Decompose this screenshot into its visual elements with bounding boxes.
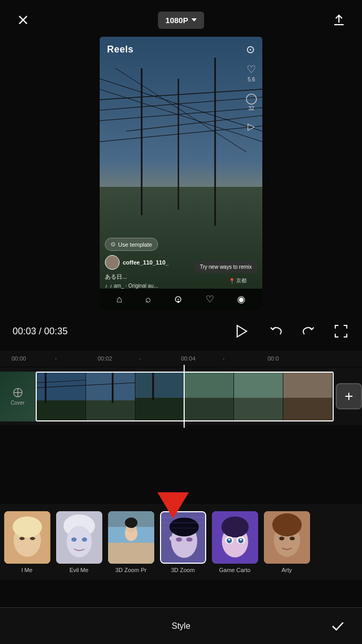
playback-controls: 00:03 / 00:35 [0,320,362,342]
time-display: 00:03 / 00:35 [13,326,230,337]
user-avatar [105,255,120,270]
confirm-button[interactable] [328,617,347,636]
close-button[interactable] [13,9,34,30]
strip-frames[interactable] [36,372,334,421]
svg-rect-21 [37,400,86,420]
total-time: 00:35 [44,326,68,336]
right-icons: ♡ 5.6 ◯ 32 ▷ [246,63,257,132]
svg-rect-50 [108,540,154,564]
cover-label: Cover [10,400,25,406]
effect-thumb-evil-me [56,511,102,564]
effect-arty[interactable]: Arty [262,511,312,573]
frame-6 [283,373,333,420]
svg-line-14 [100,79,262,131]
dot-2: • [139,356,141,361]
marker-2: 00:04 [181,355,196,362]
share-icon-item: ▷ [248,121,255,132]
nav-search: ⌕ [145,294,151,305]
comment-count: 32 [248,105,254,111]
svg-point-60 [186,537,193,542]
timeline-area: 00:00 00:02 00:04 00:0 • • • [0,351,362,366]
effect-game-carto[interactable]: Game Carto [210,511,260,573]
svg-point-42 [19,537,25,540]
svg-point-48 [82,537,87,542]
svg-marker-2 [191,18,197,22]
svg-rect-33 [185,397,233,420]
heart-icon: ♡ [247,63,256,76]
upload-button[interactable] [328,9,349,30]
frame-4 [185,373,234,420]
effect-label-3d-zoom-pr: 3D Zoom Pr [115,567,146,573]
playhead [184,365,185,428]
heart-nav-icon: ♡ [206,293,214,305]
style-label: Style [172,621,190,631]
svg-line-10 [100,108,262,121]
comment-icon-item: ◯ 32 [246,92,257,111]
home-icon: ⌂ [116,294,122,305]
resolution-label: 1080P [165,16,188,25]
svg-point-46 [67,526,92,557]
redo-button[interactable] [300,323,317,340]
effect-label-evil-me: Evil Me [69,567,88,573]
effect-thumb-3d-zoom-pr [108,511,154,564]
svg-line-11 [126,115,262,131]
top-bar: 1080P [0,0,362,40]
location-info: 📍 京都 [229,277,247,284]
frame-5 [234,373,283,420]
frame-2 [86,373,135,420]
svg-marker-16 [237,325,247,337]
svg-point-73 [240,539,242,541]
effect-thumb-game-carto [212,511,258,564]
undo-button[interactable] [268,323,284,340]
effect-label-game-carto: Game Carto [219,567,251,573]
active-dot [177,301,179,303]
video-preview: Reels ⊙ ♡ 5.6 ◯ 32 ▷ Try new ways to rem… [100,37,262,310]
time-separator: / [39,326,44,336]
video-strip: Cover [0,367,362,425]
fullscreen-button[interactable] [333,323,349,340]
svg-point-41 [13,516,42,537]
marker-3: 00:0 [268,355,279,362]
effect-3d-zoom-pr[interactable]: 3D Zoom Pr [106,511,156,573]
audio-label: ♪ am_ · Original au... [110,283,158,289]
svg-marker-38 [157,492,189,519]
comment-icon: ◯ [246,92,257,104]
camera-icon: ⊙ [111,241,115,248]
search-icon: ⌕ [145,294,151,305]
profile-icon: ◉ [237,293,246,305]
svg-point-67 [221,516,249,537]
pin-icon: 📍 [229,278,235,284]
svg-point-76 [272,513,302,536]
nav-heart: ♡ [206,293,214,305]
svg-point-47 [71,537,77,542]
svg-line-9 [100,97,262,110]
use-template-button[interactable]: ⊙ Use template [105,238,158,251]
instagram-bottom-nav: ⌂ ⌕ ⊙ ♡ ◉ [100,289,262,310]
play-button[interactable] [230,320,252,342]
frame-3 [135,373,185,420]
music-icon: ♪ [105,283,108,289]
effect-label-3d-zoom: 3D Zoom [171,567,195,573]
reels-icon: ⊙ [246,43,255,56]
marker-1: 00:02 [98,355,112,362]
add-clip-button[interactable]: + [336,383,362,409]
svg-rect-37 [283,397,332,420]
nav-profile: ◉ [237,293,246,305]
nav-reels: ⊙ [174,293,182,305]
resolution-button[interactable]: 1080P [158,12,204,29]
dot-3: • [223,356,225,361]
effect-ai-me[interactable]: l Me [2,511,52,573]
svg-point-72 [228,539,230,541]
video-inner: Reels ⊙ ♡ 5.6 ◯ 32 ▷ Try new ways to rem… [100,37,262,310]
effect-evil-me[interactable]: Evil Me [54,511,104,573]
cover-thumbnail: Cover [0,372,36,421]
current-time: 00:03 [13,326,36,336]
nav-home: ⌂ [116,294,122,305]
effect-thumb-ai-me [4,511,50,564]
svg-rect-26 [86,400,135,420]
effect-thumb-arty [264,511,310,564]
control-buttons [230,320,349,342]
svg-rect-30 [135,397,184,420]
arrow-indicator [152,487,194,526]
location-label: 京都 [236,277,247,284]
